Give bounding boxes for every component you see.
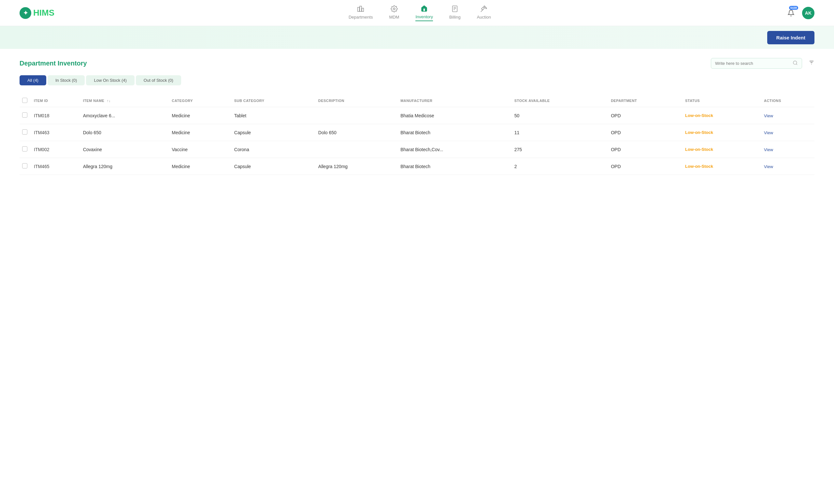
banner: Raise Indent (0, 26, 834, 49)
row-checkbox-cell[interactable] (20, 158, 31, 175)
inventory-table: ITEM ID ITEM NAME ↑↓ CATEGORY SUB CATEGO… (20, 94, 814, 175)
notification-button[interactable]: 6438 (785, 7, 797, 19)
cell-item-id: ITM463 (31, 124, 81, 141)
cell-stock-available: 2 (512, 158, 608, 175)
search-input[interactable] (715, 61, 790, 66)
cell-manufacturer: Bhatia Medicose (398, 107, 512, 124)
nav-label-inventory: Inventory (415, 14, 433, 19)
cell-item-name: Allegra 120mg (81, 158, 169, 175)
row-checkbox-cell[interactable] (20, 141, 31, 158)
row-checkbox-cell[interactable] (20, 124, 31, 141)
cell-category: Medicine (169, 158, 231, 175)
cell-actions[interactable]: View (761, 107, 814, 124)
nav-label-departments: Departments (349, 15, 373, 20)
svg-rect-1 (360, 6, 361, 12)
cell-category: Medicine (169, 107, 231, 124)
nav-item-auction[interactable]: Auction (477, 5, 491, 21)
row-checkbox[interactable] (22, 129, 27, 135)
select-all-checkbox[interactable] (22, 98, 27, 103)
avatar[interactable]: AK (802, 7, 814, 19)
logo-text: HIMS (33, 8, 54, 18)
nav-item-mdm[interactable]: MDM (389, 5, 399, 21)
nav-item-billing[interactable]: Billing (449, 5, 461, 21)
svg-rect-0 (358, 7, 360, 12)
cell-status: Low-on-Stock (682, 124, 761, 141)
navigation: Departments MDM Inventory (349, 5, 491, 21)
main-content: Department Inventory All (4) In Stock (0… (0, 49, 834, 184)
search-box (711, 58, 802, 69)
cell-department: OPD (608, 158, 682, 175)
nav-item-inventory[interactable]: Inventory (415, 5, 433, 21)
cell-category: Medicine (169, 124, 231, 141)
filter-icon[interactable] (809, 60, 814, 67)
cell-actions[interactable]: View (761, 158, 814, 175)
auction-icon (480, 5, 487, 13)
table-row: ITM465 Allegra 120mg Medicine Capsule Al… (20, 158, 814, 175)
col-header-status: STATUS (682, 94, 761, 107)
cell-category: Vaccine (169, 141, 231, 158)
cell-department: OPD (608, 107, 682, 124)
cell-sub-category: Capsule (232, 158, 316, 175)
select-all-header[interactable] (20, 94, 31, 107)
search-icon (793, 60, 798, 66)
tab-in-stock[interactable]: In Stock (0) (48, 75, 85, 85)
svg-point-10 (793, 61, 797, 65)
table-row: ITM463 Dolo 650 Medicine Capsule Dolo 65… (20, 124, 814, 141)
cell-item-name: Covaxine (81, 141, 169, 158)
cell-actions[interactable]: View (761, 124, 814, 141)
cell-manufacturer: Bharat Biotech (398, 158, 512, 175)
cell-description: Allegra 120mg (316, 158, 398, 175)
cell-status: Low-on-Stock (682, 107, 761, 124)
table-row: ITM002 Covaxine Vaccine Corona Bharat Bi… (20, 141, 814, 158)
sort-icon[interactable]: ↑↓ (107, 99, 111, 103)
nav-item-departments[interactable]: Departments (349, 5, 373, 21)
row-checkbox-cell[interactable] (20, 107, 31, 124)
cell-stock-available: 11 (512, 124, 608, 141)
logo-icon: ✦ (20, 7, 31, 19)
view-link[interactable]: View (764, 130, 773, 135)
cell-sub-category: Capsule (232, 124, 316, 141)
svg-rect-5 (453, 5, 457, 12)
tab-low-on-stock[interactable]: Low On Stock (4) (86, 75, 134, 85)
view-link[interactable]: View (764, 113, 773, 118)
tab-out-of-stock[interactable]: Out of Stock (0) (136, 75, 181, 85)
cell-item-id: ITM465 (31, 158, 81, 175)
cell-stock-available: 275 (512, 141, 608, 158)
view-link[interactable]: View (764, 164, 773, 169)
cell-item-name: Amoxyclave 6... (81, 107, 169, 124)
svg-rect-2 (362, 8, 364, 12)
page-title: Department Inventory (20, 60, 87, 67)
cell-item-id: ITM002 (31, 141, 81, 158)
logo[interactable]: ✦ HIMS (20, 7, 54, 19)
cell-actions[interactable]: View (761, 141, 814, 158)
col-header-item-id: ITEM ID (31, 94, 81, 107)
header: ✦ HIMS Departments MDM (0, 0, 834, 26)
cell-department: OPD (608, 141, 682, 158)
departments-icon (357, 5, 364, 13)
svg-rect-4 (423, 8, 425, 11)
col-header-actions: ACTIONS (761, 94, 814, 107)
nav-label-auction: Auction (477, 15, 491, 20)
section-header: Department Inventory (20, 58, 814, 69)
view-link[interactable]: View (764, 147, 773, 152)
cell-department: OPD (608, 124, 682, 141)
cell-description (316, 141, 398, 158)
cell-status: Low-on-Stock (682, 141, 761, 158)
col-header-category: CATEGORY (169, 94, 231, 107)
cell-item-id: ITM018 (31, 107, 81, 124)
row-checkbox[interactable] (22, 112, 27, 117)
row-checkbox[interactable] (22, 163, 27, 169)
col-header-manufacturer: MANUFACTURER (398, 94, 512, 107)
tabs: All (4) In Stock (0) Low On Stock (4) Ou… (20, 75, 814, 85)
header-right: 6438 AK (785, 7, 814, 19)
cell-status: Low-on-Stock (682, 158, 761, 175)
raise-indent-button[interactable]: Raise Indent (767, 31, 814, 44)
row-checkbox[interactable] (22, 146, 27, 152)
nav-label-mdm: MDM (389, 15, 399, 20)
col-header-department: DEPARTMENT (608, 94, 682, 107)
avatar-initials: AK (805, 10, 812, 16)
table-row: ITM018 Amoxyclave 6... Medicine Tablet B… (20, 107, 814, 124)
tab-all[interactable]: All (4) (20, 75, 46, 85)
svg-line-11 (796, 64, 797, 65)
cell-item-name: Dolo 650 (81, 124, 169, 141)
